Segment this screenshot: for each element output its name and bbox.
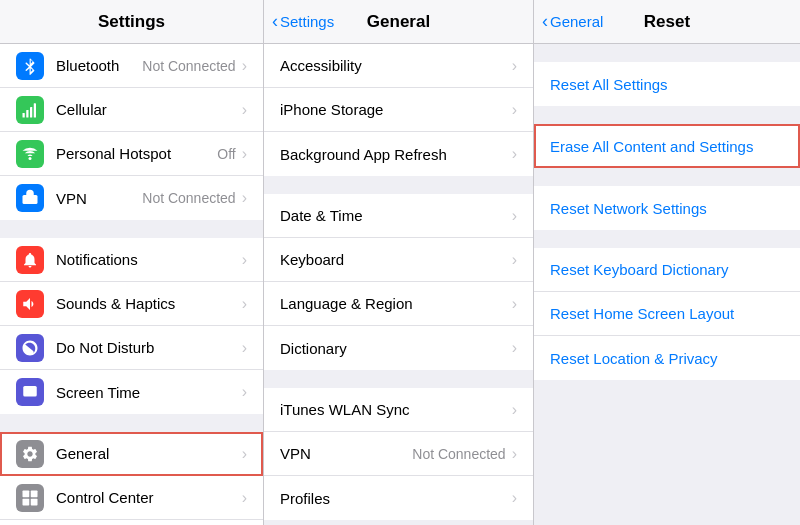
svg-rect-6 [23, 386, 37, 397]
row-keyboard[interactable]: Keyboard › [264, 238, 533, 282]
dnd-icon-wrap [16, 334, 44, 362]
cellular-label: Cellular [56, 101, 236, 118]
svg-rect-8 [31, 490, 38, 497]
dnd-label: Do Not Disturb [56, 339, 242, 356]
svg-rect-7 [23, 490, 30, 497]
cellular-icon-wrap [16, 96, 44, 124]
reset-keyboard-item[interactable]: Reset Keyboard Dictionary [534, 248, 800, 292]
general-label: General [56, 445, 242, 462]
reset-keyboard-label: Reset Keyboard Dictionary [550, 261, 728, 278]
general-icon-wrap [16, 440, 44, 468]
settings-column: Settings Bluetooth Not Connected › Cellu… [0, 0, 264, 525]
row-general[interactable]: General › [0, 432, 263, 476]
svg-rect-3 [34, 103, 36, 117]
back-chevron-icon: ‹ [272, 11, 278, 32]
reset-back-chevron-icon: ‹ [542, 11, 548, 32]
screentime-icon-wrap [16, 378, 44, 406]
reset-section-3: Reset Network Settings [534, 186, 800, 230]
cc-chevron: › [242, 489, 247, 507]
reset-scroll[interactable]: Reset All Settings Erase All Content and… [534, 44, 800, 525]
bluetooth-icon-wrap [16, 52, 44, 80]
svg-rect-1 [26, 110, 28, 118]
general-gap2 [264, 370, 533, 388]
reset-home-label: Reset Home Screen Layout [550, 305, 734, 322]
general-chevron: › [242, 445, 247, 463]
row-sounds[interactable]: Sounds & Haptics › [0, 282, 263, 326]
reset-home-item[interactable]: Reset Home Screen Layout [534, 292, 800, 336]
reset-location-item[interactable]: Reset Location & Privacy [534, 336, 800, 380]
reset-network-item[interactable]: Reset Network Settings [534, 186, 800, 230]
vpn-chevron: › [242, 189, 247, 207]
hotspot-value: Off [217, 146, 235, 162]
row-vpn[interactable]: VPN Not Connected › [0, 176, 263, 220]
cellular-chevron: › [242, 101, 247, 119]
vpn-label: VPN [56, 190, 142, 207]
general-gap3 [264, 520, 533, 525]
svg-rect-5 [23, 195, 38, 204]
vpn2-value: Not Connected [412, 446, 505, 462]
vpn2-label: VPN [280, 445, 412, 462]
keyboard-label: Keyboard [280, 251, 512, 268]
section-notifications: Notifications › Sounds & Haptics › Do No… [0, 238, 263, 414]
row-iphonestorage[interactable]: iPhone Storage › [264, 88, 533, 132]
svg-rect-10 [31, 498, 38, 505]
row-notifications[interactable]: Notifications › [0, 238, 263, 282]
row-controlcenter[interactable]: Control Center › [0, 476, 263, 520]
row-profiles[interactable]: Profiles › [264, 476, 533, 520]
language-label: Language & Region [280, 295, 512, 312]
svg-rect-0 [23, 113, 25, 118]
row-bluetooth[interactable]: Bluetooth Not Connected › [0, 44, 263, 88]
bluetooth-value: Not Connected [142, 58, 235, 74]
row-hotspot[interactable]: Personal Hotspot Off › [0, 132, 263, 176]
sounds-chevron: › [242, 295, 247, 313]
svg-rect-9 [23, 498, 30, 505]
reset-gap3 [534, 168, 800, 186]
row-accessibility[interactable]: Accessibility › [264, 44, 533, 88]
row-dictionary[interactable]: Dictionary › [264, 326, 533, 370]
gap1 [0, 220, 263, 238]
reset-section-1: Reset All Settings [534, 62, 800, 106]
reset-gap2 [534, 106, 800, 124]
row-ituneswlan[interactable]: iTunes WLAN Sync › [264, 388, 533, 432]
row-datetime[interactable]: Date & Time › [264, 194, 533, 238]
bgrefresh-label: Background App Refresh [280, 146, 512, 163]
reset-header: ‹ General Reset [534, 0, 800, 44]
dictionary-label: Dictionary [280, 340, 512, 357]
erase-all-label: Erase All Content and Settings [550, 138, 753, 155]
ituneswlan-label: iTunes WLAN Sync [280, 401, 512, 418]
general-column: ‹ Settings General Accessibility › iPhon… [264, 0, 534, 525]
row-language[interactable]: Language & Region › [264, 282, 533, 326]
reset-network-label: Reset Network Settings [550, 200, 707, 217]
sounds-label: Sounds & Haptics [56, 295, 242, 312]
vpn-value: Not Connected [142, 190, 235, 206]
erase-all-item[interactable]: Erase All Content and Settings [534, 124, 800, 168]
reset-title: Reset [644, 12, 690, 32]
row-screentime[interactable]: Screen Time › [0, 370, 263, 414]
datetime-label: Date & Time [280, 207, 512, 224]
notifications-label: Notifications [56, 251, 242, 268]
row-vpn2[interactable]: VPN Not Connected › [264, 432, 533, 476]
reset-back-button[interactable]: ‹ General [542, 11, 603, 32]
row-backgroundrefresh[interactable]: Background App Refresh › [264, 132, 533, 176]
row-display[interactable]: Display & Brightness › [0, 520, 263, 525]
settings-scroll[interactable]: Bluetooth Not Connected › Cellular › Per… [0, 44, 263, 525]
general-scroll[interactable]: Accessibility › iPhone Storage › Backgro… [264, 44, 533, 525]
general-section-3: iTunes WLAN Sync › VPN Not Connected › P… [264, 388, 533, 520]
general-section-2: Date & Time › Keyboard › Language & Regi… [264, 194, 533, 370]
profiles-label: Profiles [280, 490, 512, 507]
row-cellular[interactable]: Cellular › [0, 88, 263, 132]
cc-label: Control Center [56, 489, 242, 506]
reset-section-4: Reset Keyboard Dictionary Reset Home Scr… [534, 248, 800, 380]
general-back-button[interactable]: ‹ Settings [272, 11, 334, 32]
section-system: General › Control Center › Display & Bri… [0, 432, 263, 525]
bluetooth-label: Bluetooth [56, 57, 142, 74]
reset-gap4 [534, 230, 800, 248]
reset-all-settings-item[interactable]: Reset All Settings [534, 62, 800, 106]
settings-title: Settings [98, 12, 165, 32]
general-back-label: Settings [280, 13, 334, 30]
reset-all-settings-label: Reset All Settings [550, 76, 668, 93]
row-donotdisturb[interactable]: Do Not Disturb › [0, 326, 263, 370]
sounds-icon-wrap [16, 290, 44, 318]
svg-rect-2 [30, 107, 32, 118]
cc-icon-wrap [16, 484, 44, 512]
